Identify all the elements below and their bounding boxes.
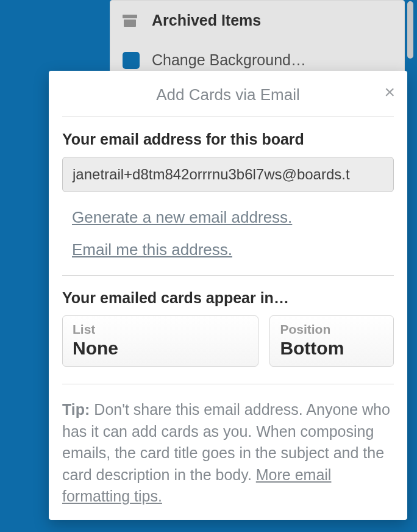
placement-selectors: List None Position Bottom: [62, 315, 394, 367]
close-icon[interactable]: ×: [384, 83, 395, 101]
board-menu-panel: Archived Items Change Background…: [110, 0, 405, 81]
menu-item-label: Archived Items: [152, 12, 261, 29]
list-selector[interactable]: List None: [62, 315, 258, 367]
tip-text: Tip: Don't share this email address. Any…: [62, 398, 394, 508]
email-actions: Generate a new email address. Email me t…: [62, 208, 394, 259]
popover-title: Add Cards via Email: [156, 85, 300, 104]
position-selector[interactable]: Position Bottom: [269, 315, 394, 367]
scrollbar[interactable]: [407, 1, 413, 59]
board-email-field[interactable]: janetrail+d8tm842orrrnu3b6l7ws@boards.t: [62, 157, 394, 192]
divider: [62, 275, 394, 276]
selector-label: List: [73, 322, 248, 337]
selector-value: Bottom: [280, 338, 383, 359]
email-to-board-popover: Add Cards via Email × Your email address…: [49, 71, 407, 520]
email-me-link[interactable]: Email me this address.: [72, 240, 394, 259]
tip-body: Don't share this email address. Anyone w…: [62, 401, 390, 483]
selector-label: Position: [280, 322, 383, 337]
menu-item-archived[interactable]: Archived Items: [110, 1, 404, 40]
divider: [62, 384, 394, 384]
menu-item-label: Change Background…: [152, 51, 306, 69]
archive-icon: [123, 15, 137, 27]
tip-label: Tip:: [62, 401, 90, 418]
color-swatch-icon: [123, 52, 140, 69]
generate-email-link[interactable]: Generate a new email address.: [72, 208, 394, 227]
cards-appear-label: Your emailed cards appear in…: [62, 289, 394, 307]
popover-header: Add Cards via Email ×: [62, 81, 394, 117]
email-address-label: Your email address for this board: [62, 131, 394, 148]
selector-value: None: [73, 338, 248, 359]
